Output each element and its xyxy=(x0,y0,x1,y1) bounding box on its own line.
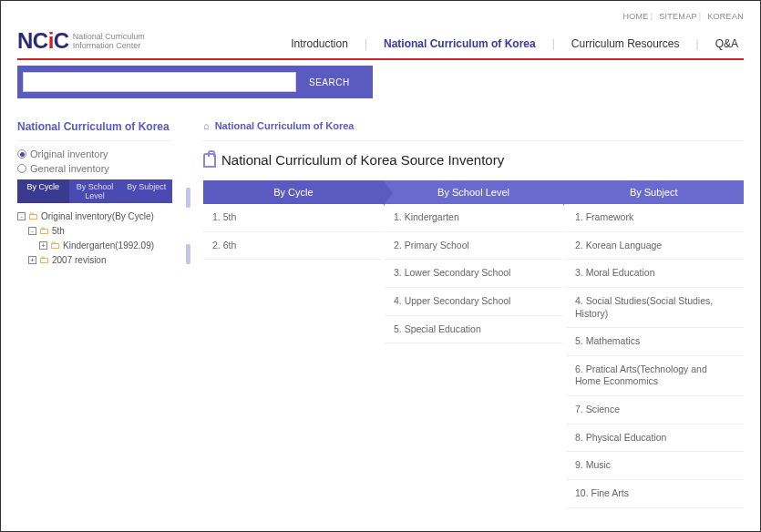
list-item[interactable]: 1. 5th xyxy=(203,204,381,232)
page-title: National Curriculum of Korea Source Inve… xyxy=(203,141,744,180)
breadcrumb: ⌂ National Curriculum of Korea xyxy=(203,115,744,141)
collapse-icon[interactable]: - xyxy=(17,212,26,220)
tab-by-school-level[interactable]: By School Level xyxy=(69,179,121,203)
radio-original-inventory[interactable]: Original inventory xyxy=(17,147,172,161)
list-item[interactable]: 10. Fine Arts xyxy=(566,480,744,508)
splitter xyxy=(185,115,190,508)
tab-by-cycle[interactable]: By Cycle xyxy=(17,179,69,203)
search-bar: SEARCH xyxy=(17,66,373,98)
breadcrumb-current: National Curriculum of Korea xyxy=(215,120,355,131)
collapse-icon[interactable]: - xyxy=(28,227,36,235)
top-links: HOME| SITEMAP| KOREAN xyxy=(17,12,744,21)
folder-icon: 🗀 xyxy=(39,254,49,265)
radio-icon xyxy=(17,164,26,173)
col-by-school: 1. Kindergarten 2. Primary School 3. Low… xyxy=(385,204,562,508)
sidebar: National Curriculum of Korea Original in… xyxy=(17,115,172,508)
folder-icon: 🗀 xyxy=(39,225,49,236)
list-item[interactable]: 1. Kindergarten xyxy=(385,204,562,232)
list-item[interactable]: 3. Moral Education xyxy=(566,260,744,288)
list-item[interactable]: 4. Social Studies(Social Studies, Histor… xyxy=(566,288,744,328)
tree: - 🗀 Original inventory(By Cycle) - 🗀 5th… xyxy=(17,209,172,267)
main-nav: Introduction | National Curriculum of Ko… xyxy=(285,34,744,54)
radio-icon xyxy=(17,149,26,159)
tree-node-kindergarten[interactable]: + 🗀 Kindergarten(1992.09) xyxy=(17,238,172,252)
nav-qa[interactable]: Q&A xyxy=(710,34,744,54)
col-by-subject: 1. Framework 2. Korean Language 3. Moral… xyxy=(566,204,744,508)
list-item[interactable]: 9. Music xyxy=(566,452,744,480)
list-item[interactable]: 2. Primary School xyxy=(385,232,562,261)
list-item[interactable]: 6. Pratical Arts(Technology and Home Eco… xyxy=(566,356,744,396)
list-item[interactable]: 2. 6th xyxy=(203,232,381,261)
sidebar-tabs: By Cycle By School Level By Subject xyxy=(17,179,172,203)
toplink-home[interactable]: HOME xyxy=(622,12,648,21)
list-item[interactable]: 1. Framework xyxy=(566,204,744,232)
list-item[interactable]: 5. Mathematics xyxy=(566,328,744,356)
toplink-korean[interactable]: KOREAN xyxy=(707,12,744,21)
nav-introduction[interactable]: Introduction xyxy=(285,34,354,54)
sidebar-title: National Curriculum of Korea xyxy=(17,115,172,141)
search-button[interactable]: SEARCH xyxy=(296,71,363,93)
nav-curriculum-resources[interactable]: Curriculum Resources xyxy=(566,34,685,54)
col-head-cycle[interactable]: By Cycle xyxy=(203,180,384,204)
tab-by-subject[interactable]: By Subject xyxy=(120,179,172,203)
clipboard-icon xyxy=(203,153,216,168)
list-item[interactable]: 3. Lower Secondary School xyxy=(385,260,562,288)
list-item[interactable]: 4. Upper Secondary School xyxy=(385,288,562,316)
col-by-cycle: 1. 5th 2. 6th xyxy=(203,204,381,508)
tree-node-5th[interactable]: - 🗀 5th xyxy=(17,223,172,238)
main-content: ⌂ National Curriculum of Korea National … xyxy=(203,115,744,508)
column-headers: By Cycle By School Level By Subject xyxy=(203,180,744,204)
folder-icon: 🗀 xyxy=(28,210,38,221)
folder-icon: 🗀 xyxy=(50,240,60,251)
search-input[interactable] xyxy=(23,72,296,92)
col-head-subject[interactable]: By Subject xyxy=(563,180,744,204)
radio-general-inventory[interactable]: General inventory xyxy=(17,161,172,176)
list-item[interactable]: 8. Physical Education xyxy=(566,425,744,453)
list-item[interactable]: 2. Korean Language xyxy=(566,232,744,261)
home-icon[interactable]: ⌂ xyxy=(203,120,210,131)
list-item[interactable]: 5. Special Education xyxy=(385,316,562,344)
toplink-sitemap[interactable]: SITEMAP xyxy=(659,12,697,21)
col-head-school[interactable]: By School Level xyxy=(384,180,564,204)
list-item[interactable]: 7. Science xyxy=(566,396,744,425)
expand-icon[interactable]: + xyxy=(28,256,36,264)
tree-root[interactable]: - 🗀 Original inventory(By Cycle) xyxy=(17,209,172,223)
splitter-handle[interactable] xyxy=(186,188,190,208)
tree-node-2007-revision[interactable]: + 🗀 2007 revision xyxy=(17,252,172,267)
logo[interactable]: NCiC National Curriculum Information Cen… xyxy=(17,28,145,54)
splitter-handle[interactable] xyxy=(186,244,190,264)
nav-national-curriculum[interactable]: National Curriculum of Korea xyxy=(378,34,541,54)
expand-icon[interactable]: + xyxy=(39,241,47,250)
